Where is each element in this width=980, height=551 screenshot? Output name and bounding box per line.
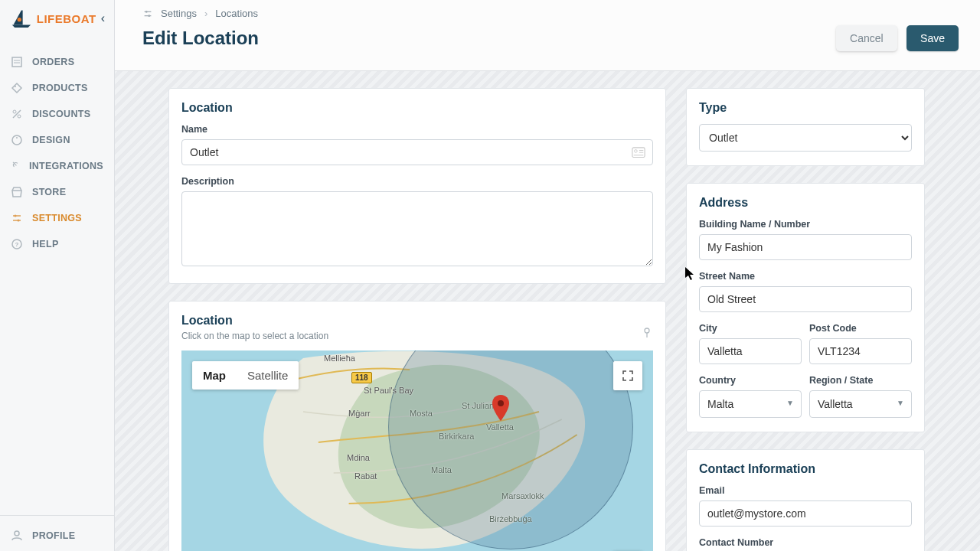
place-malta: Malta	[431, 465, 452, 474]
sidebar-item-label: INTEGRATIONS	[29, 161, 103, 171]
sidebar-item-label: STORE	[32, 187, 66, 197]
card-title-location: Location	[181, 101, 653, 115]
map-hint: Click on the map to select a location	[181, 331, 328, 341]
page-title: Edit Location	[142, 28, 259, 49]
logo-row: LIFEBOAT ‹	[0, 0, 114, 35]
svg-point-7	[18, 115, 21, 118]
name-input[interactable]	[181, 139, 653, 165]
svg-point-9	[16, 137, 18, 139]
label-name: Name	[181, 124, 653, 135]
place-birzebbuga: Birżebbuġa	[489, 514, 532, 523]
building-input[interactable]	[699, 234, 912, 260]
email-input[interactable]	[699, 500, 912, 527]
sidebar-collapse-icon[interactable]: ‹	[101, 11, 105, 25]
label-description: Description	[181, 176, 653, 187]
card-contact: Contact Information Email Contact Number	[686, 449, 925, 551]
street-input[interactable]	[699, 286, 912, 312]
sidebar-item-settings[interactable]: SETTINGS	[0, 205, 114, 231]
name-card-icon	[632, 147, 645, 158]
city-input[interactable]	[699, 338, 802, 364]
sidebar-item-integrations[interactable]: INTEGRATIONS	[0, 153, 114, 179]
map-type-map[interactable]: Map	[192, 361, 237, 390]
brand-logo-icon	[11, 8, 32, 29]
cancel-button[interactable]: Cancel	[836, 25, 897, 51]
sidebar-item-label: HELP	[32, 239, 59, 249]
card-type: Type Outlet	[686, 88, 925, 166]
svg-point-8	[12, 135, 21, 145]
place-valletta: Valletta	[486, 422, 514, 432]
type-select[interactable]: Outlet	[699, 124, 912, 152]
sidebar-item-label: SETTINGS	[32, 213, 82, 223]
place-marsaxlokk: Marsaxlokk	[501, 491, 544, 500]
sidebar-item-label: ORDERS	[32, 57, 74, 67]
brand-name: LIFEBOAT	[37, 12, 96, 25]
svg-line-5	[13, 110, 21, 118]
sidebar-item-profile[interactable]: PROFILE	[11, 523, 103, 548]
header: Settings › Locations Edit Location Cance…	[115, 0, 980, 71]
svg-point-22	[635, 150, 638, 153]
chevron-down-icon: ▼	[897, 399, 904, 407]
settings-icon	[11, 212, 23, 224]
svg-point-6	[13, 110, 16, 113]
card-title-address: Address	[699, 196, 912, 210]
breadcrumb: Settings › Locations	[142, 8, 959, 19]
breadcrumb-settings-icon	[142, 8, 153, 19]
svg-point-13	[18, 220, 20, 222]
chevron-down-icon: ▼	[786, 399, 794, 407]
place-mellieha: Mellieħa	[324, 354, 355, 363]
card-title-map: Location	[181, 314, 328, 328]
chevron-right-icon: ›	[204, 8, 207, 19]
svg-point-0	[18, 18, 21, 21]
place-mgarr: Mġarr	[348, 409, 371, 418]
profile-icon	[11, 530, 23, 542]
sidebar-item-design[interactable]: DESIGN	[0, 127, 114, 153]
postcode-input[interactable]	[809, 338, 912, 364]
map-marker-icon[interactable]	[492, 395, 509, 421]
header-actions: Cancel Save	[836, 25, 959, 51]
orders-icon	[11, 56, 23, 68]
pin-outline-icon	[641, 326, 653, 338]
cursor-icon	[685, 267, 694, 281]
label-postcode: Post Code	[809, 323, 912, 334]
svg-point-18	[145, 11, 148, 13]
sidebar-footer: PROFILE	[0, 515, 114, 551]
save-button[interactable]: Save	[906, 25, 959, 51]
sidebar-item-products[interactable]: PRODUCTS	[0, 75, 114, 101]
svg-point-16	[15, 531, 19, 536]
svg-point-26	[645, 328, 649, 333]
products-icon	[11, 82, 23, 94]
label-phone: Contact Number	[699, 537, 912, 548]
label-email: Email	[699, 485, 912, 496]
label-building: Building Name / Number	[699, 219, 912, 230]
place-birkirkara: Birkirkara	[439, 432, 474, 441]
sidebar-item-orders[interactable]: ORDERS	[0, 49, 114, 75]
map-type-satellite[interactable]: Satellite	[237, 361, 299, 390]
map-canvas[interactable]: 118 Mellieħa St Paul's Bay Mġarr Mosta S…	[181, 350, 653, 551]
integrations-icon	[11, 160, 20, 172]
sidebar: LIFEBOAT ‹ ORDERS PRODUCTS DISCOUNTS DES…	[0, 0, 115, 551]
sidebar-item-store[interactable]: STORE	[0, 179, 114, 205]
help-icon: ?	[11, 238, 23, 250]
card-location: Location Name Description	[168, 88, 666, 284]
sidebar-item-discounts[interactable]: DISCOUNTS	[0, 101, 114, 127]
breadcrumb-locations[interactable]: Locations	[215, 8, 258, 19]
discounts-icon	[11, 108, 23, 120]
label-region: Region / State	[809, 375, 912, 386]
map-fullscreen-button[interactable]	[613, 361, 642, 390]
svg-rect-1	[12, 57, 21, 67]
sidebar-item-label: DISCOUNTS	[32, 109, 90, 119]
sidebar-item-label: PRODUCTS	[32, 83, 88, 93]
svg-text:?: ?	[15, 241, 18, 248]
content: Location Name Description Location Click…	[115, 71, 980, 551]
sidebar-item-label: DESIGN	[32, 135, 70, 145]
place-stpauls: St Paul's Bay	[364, 386, 413, 395]
store-icon	[11, 186, 23, 198]
svg-point-20	[148, 15, 150, 17]
place-rabat: Rabat	[354, 471, 377, 481]
road-badge-118: 118	[351, 372, 372, 383]
svg-point-4	[15, 86, 16, 87]
sidebar-nav: ORDERS PRODUCTS DISCOUNTS DESIGN INTEGRA…	[0, 49, 114, 515]
breadcrumb-settings[interactable]: Settings	[161, 8, 197, 19]
description-textarea[interactable]	[181, 191, 653, 266]
sidebar-item-help[interactable]: ?HELP	[0, 231, 114, 257]
